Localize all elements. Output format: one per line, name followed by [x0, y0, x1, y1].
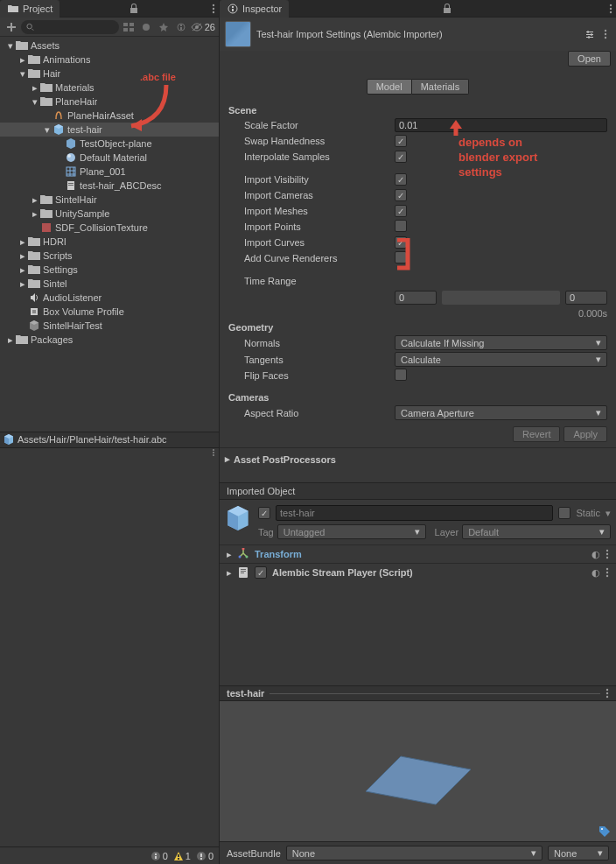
foldout-closed-icon[interactable]: ▸: [18, 54, 28, 65]
warning-count[interactable]: 1: [173, 851, 191, 861]
label-tag-icon[interactable]: [598, 825, 611, 838]
foldout-none-icon: [18, 292, 28, 303]
tree-item-unitysample[interactable]: ▸UnitySample: [0, 207, 219, 221]
project-tree[interactable]: ▾Assets▸Animations▾Hair▸Materials▾PlaneH…: [0, 37, 219, 432]
foldout-open-icon[interactable]: ▾: [30, 96, 40, 107]
project-tab[interactable]: Project: [0, 0, 60, 18]
panel-menu-icon[interactable]: [606, 4, 616, 14]
asset-postprocessors-foldout[interactable]: ▸ Asset PostProcessors: [220, 447, 616, 470]
alembic-enable-checkbox[interactable]: [255, 566, 267, 579]
tree-item-test-hair[interactable]: ▾test-hair: [0, 123, 219, 137]
save-search-icon[interactable]: [156, 20, 172, 34]
tree-item-audiolistener[interactable]: AudioListener: [0, 291, 219, 305]
tree-item-label: PlaneHair: [55, 96, 97, 107]
tree-item-default-material[interactable]: Default Material: [0, 151, 219, 165]
tree-item-materials[interactable]: ▸Materials: [0, 81, 219, 95]
tree-item-hdri[interactable]: ▸HDRI: [0, 235, 219, 249]
tab-model[interactable]: Model: [367, 79, 412, 95]
console-status-bar[interactable]: 0 1 0: [0, 846, 219, 864]
tree-item-sintelhairtest[interactable]: SintelHairTest: [0, 319, 219, 333]
header-settings-icon[interactable]: [584, 29, 595, 39]
time-range-slider[interactable]: [442, 291, 560, 305]
project-search-input[interactable]: [34, 22, 114, 32]
layer-dropdown[interactable]: Default▾: [462, 524, 611, 539]
foldout-closed-icon[interactable]: ▸: [18, 264, 28, 275]
scale-factor-input[interactable]: [395, 118, 607, 132]
normals-dropdown[interactable]: Calculate If Missing▾: [395, 335, 607, 350]
foldout-closed-icon[interactable]: ▸: [5, 334, 16, 345]
help-icon[interactable]: ◐: [592, 549, 600, 560]
tree-item-box-volume-profile[interactable]: Box Volume Profile: [0, 305, 219, 319]
lock-icon[interactable]: [126, 4, 142, 14]
foldout-closed-icon[interactable]: ▸: [18, 278, 28, 289]
gameobject-active-checkbox[interactable]: [258, 507, 270, 519]
transform-component[interactable]: ▸ Transform ◐: [220, 544, 616, 563]
help-icon[interactable]: ◐: [592, 567, 600, 579]
foldout-closed-icon[interactable]: ▸: [30, 82, 40, 93]
tree-item-sdf-collisiontexture[interactable]: SDF_CollisionTexture: [0, 221, 219, 235]
tree-item-planehair[interactable]: ▾PlaneHair: [0, 95, 219, 109]
aspect-ratio-dropdown[interactable]: Camera Aperture▾: [395, 405, 607, 420]
import-cameras-checkbox[interactable]: [395, 189, 407, 201]
kebab-icon[interactable]: [606, 549, 609, 559]
foldout-open-icon[interactable]: ▾: [18, 68, 28, 79]
tree-item-sintelhair[interactable]: ▸SintelHair: [0, 193, 219, 207]
static-checkbox[interactable]: [558, 507, 570, 519]
import-curves-checkbox[interactable]: [395, 236, 407, 249]
foldout-closed-icon[interactable]: ▸: [30, 194, 40, 205]
time-range-from[interactable]: [395, 291, 437, 305]
apply-button[interactable]: Apply: [564, 426, 607, 442]
tree-item-scripts[interactable]: ▸Scripts: [0, 249, 219, 263]
foldout-open-icon[interactable]: ▾: [5, 40, 16, 51]
tag-dropdown[interactable]: Untagged▾: [277, 524, 426, 539]
preview-viewport[interactable]: [220, 701, 616, 841]
tree-item-test-hair-abcdesc[interactable]: test-hair_ABCDesc: [0, 179, 219, 193]
tree-item-hair[interactable]: ▾Hair: [0, 67, 219, 81]
panel-menu-icon[interactable]: [208, 4, 219, 14]
import-visibility-checkbox[interactable]: [395, 173, 407, 186]
foldout-open-icon[interactable]: ▾: [42, 124, 52, 135]
foldout-closed-icon[interactable]: ▸: [18, 250, 28, 261]
add-curve-renderers-checkbox[interactable]: [395, 251, 407, 263]
import-meshes-checkbox[interactable]: [395, 205, 407, 217]
kebab-icon[interactable]: [606, 688, 609, 699]
error-count[interactable]: 0: [196, 851, 214, 861]
alembic-component[interactable]: ▸ Alembic Stream Player (Script) ◐: [220, 563, 616, 581]
project-search[interactable]: [21, 20, 119, 34]
tab-materials[interactable]: Materials: [412, 79, 470, 95]
filter-label-icon[interactable]: [138, 20, 154, 34]
revert-button[interactable]: Revert: [513, 426, 560, 442]
filter-type-icon[interactable]: [121, 20, 136, 34]
lock-icon[interactable]: [439, 4, 455, 14]
kebab-icon[interactable]: [600, 29, 611, 39]
tree-item-animations[interactable]: ▸Animations: [0, 53, 219, 67]
import-points-checkbox[interactable]: [395, 220, 407, 232]
foldout-closed-icon[interactable]: ▸: [30, 208, 40, 219]
tangents-dropdown[interactable]: Calculate▾: [395, 352, 607, 367]
tree-item-planehairasset[interactable]: PlaneHairAsset: [0, 109, 219, 123]
open-button[interactable]: Open: [568, 51, 611, 67]
tree-item-testobject-plane[interactable]: TestObject-plane: [0, 137, 219, 151]
svg-point-24: [213, 452, 214, 453]
assetbundle-variant-dropdown[interactable]: None▾: [548, 846, 609, 860]
flip-faces-checkbox[interactable]: [395, 369, 407, 381]
visible-layers-badge[interactable]: 26: [191, 22, 215, 32]
inspector-tab[interactable]: Inspector: [220, 0, 289, 18]
interpolate-samples-checkbox[interactable]: [395, 151, 407, 163]
hidden-packages-icon[interactable]: [173, 20, 189, 34]
tree-item-settings[interactable]: ▸Settings: [0, 263, 219, 277]
create-plus-icon[interactable]: [4, 20, 19, 34]
tree-item-plane-001[interactable]: Plane_001: [0, 165, 219, 179]
panel-menu-icon[interactable]: [212, 448, 215, 456]
gameobject-name-input[interactable]: [276, 505, 553, 521]
foldout-closed-icon[interactable]: ▸: [18, 236, 28, 247]
kebab-icon[interactable]: [606, 567, 609, 578]
tree-item-assets[interactable]: ▾Assets: [0, 39, 219, 53]
swap-handedness-checkbox[interactable]: [395, 135, 407, 147]
assetbundle-name-dropdown[interactable]: None▾: [286, 846, 542, 860]
info-count[interactable]: 0: [150, 851, 168, 861]
chevron-down-icon[interactable]: ▾: [606, 508, 611, 519]
time-range-to[interactable]: [565, 291, 607, 305]
tree-item-sintel[interactable]: ▸Sintel: [0, 277, 219, 291]
tree-item-packages[interactable]: ▸Packages: [0, 333, 219, 347]
